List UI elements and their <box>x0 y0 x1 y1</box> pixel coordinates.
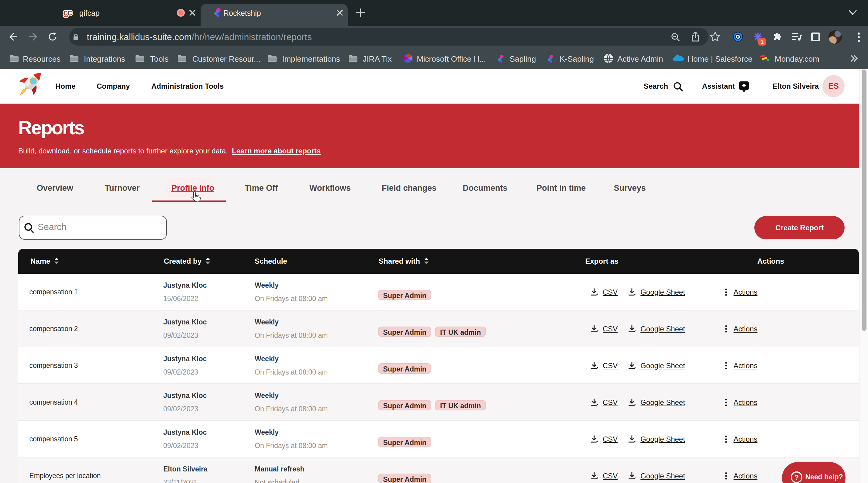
svg-text:?: ? <box>794 473 799 481</box>
